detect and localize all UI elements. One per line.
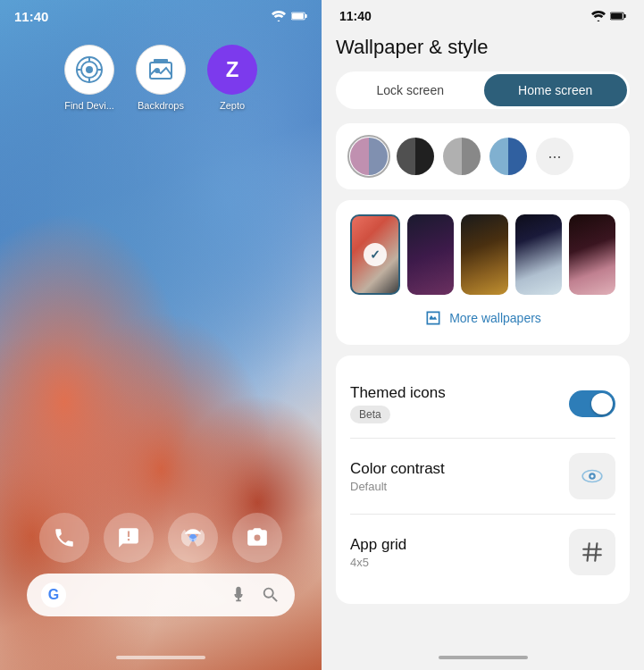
right-time: 11:40 [339,9,372,23]
wallpaper-card: ✓ More wallpapers [336,200,630,345]
svg-line-22 [595,543,597,561]
color-swatch-1[interactable] [350,138,388,175]
google-search-bar[interactable]: G [27,574,295,616]
settings-panel: 11:40 Wallpaper & style Lock screen Home… [322,0,644,670]
svg-point-5 [86,66,93,73]
wallpaper-thumb-2[interactable] [407,214,454,295]
dock-chrome[interactable] [168,513,218,563]
phone-icon [53,526,76,549]
eye-icon [581,465,604,488]
color-swatch-2[interactable] [397,138,434,175]
color-contrast-sublabel: Default [350,480,445,493]
dock-camera[interactable] [232,513,282,563]
selected-check: ✓ [364,243,387,266]
themed-icons-control[interactable] [569,390,615,417]
themed-icons-label: Themed icons [350,384,446,402]
battery-icon [291,11,307,21]
more-wallpapers-icon [424,309,442,327]
dock-phone[interactable] [39,513,89,563]
color-swatch-3[interactable] [443,138,481,175]
bottom-dock: G [0,513,322,616]
themed-icons-toggle[interactable] [569,390,615,417]
app-zepto[interactable]: Z Zepto [207,45,257,111]
app-label-find: Find Devi... [64,100,114,111]
left-time: 11:40 [14,9,48,24]
right-status-icons [591,11,626,21]
app-icon-row: Find Devi... Backdrops Z Zepto [0,45,322,111]
app-label-backdrops: Backdrops [138,100,184,111]
wifi-icon [272,11,286,21]
left-status-icons [272,11,307,21]
wallpaper-thumbnails: ✓ [350,214,615,295]
color-contrast-label-group: Color contrast Default [350,460,445,493]
app-grid-icon-btn[interactable] [569,529,615,575]
color-swatches-row: ··· [350,138,615,175]
wallpaper-thumb-3[interactable] [461,214,507,295]
wallpaper-thumb-4[interactable] [515,214,562,295]
google-logo: G [41,582,66,607]
color-contrast-control[interactable] [569,453,615,499]
tab-switcher: Lock screen Home screen [336,71,630,109]
tab-home-screen[interactable]: Home screen [484,74,628,106]
color-swatch-more[interactable]: ··· [536,138,573,175]
chrome-icon [181,526,205,549]
home-indicator-right [439,656,528,659]
right-wifi-icon [591,11,606,21]
app-grid-label-group: App grid 4x5 [350,536,406,569]
themed-icons-row: Themed icons Beta [350,370,615,438]
lens-icon[interactable] [261,585,280,605]
camera-icon [246,526,269,549]
app-icon-zepto[interactable]: Z [207,45,257,95]
settings-content: Wallpaper & style Lock screen Home scree… [322,32,644,649]
color-swatches-card: ··· [336,123,630,189]
svg-rect-1 [305,14,307,18]
color-contrast-label: Color contrast [350,460,445,478]
toggle-knob [591,393,613,415]
color-contrast-row: Color contrast Default [350,438,615,514]
svg-line-21 [588,543,590,561]
right-battery-icon [610,11,626,21]
dock-messages[interactable] [104,513,154,563]
wallpaper-thumb-1[interactable]: ✓ [350,214,400,295]
home-screen-panel: 11:40 [0,0,322,670]
microphone-icon[interactable] [229,585,248,605]
app-label-zepto: Zepto [220,100,245,111]
app-grid-control[interactable] [569,529,615,575]
app-grid-label: App grid [350,536,406,554]
app-find-devices[interactable]: Find Devi... [64,45,114,111]
svg-rect-2 [292,13,304,19]
app-icon-backdrops[interactable] [136,45,186,95]
svg-rect-11 [154,59,168,63]
tab-lock-screen[interactable]: Lock screen [339,74,482,106]
more-wallpapers-row[interactable]: More wallpapers [350,306,615,331]
home-indicator-left [116,656,205,659]
app-icon-find[interactable] [64,45,114,95]
more-wallpapers-label: More wallpapers [449,311,541,325]
zepto-letter: Z [226,57,239,82]
beta-badge: Beta [350,406,390,423]
svg-point-20 [590,474,593,477]
color-contrast-icon-btn[interactable] [569,453,615,499]
dock-icons-row [39,513,282,563]
page-title: Wallpaper & style [336,36,630,59]
find-devices-icon [75,55,104,84]
left-status-bar: 11:40 [0,0,322,32]
app-backdrops[interactable]: Backdrops [136,45,186,111]
messages-icon [117,526,140,549]
color-swatch-4[interactable] [489,138,527,175]
app-grid-row: App grid 4x5 [350,514,615,590]
svg-rect-16 [624,14,626,18]
right-status-bar: 11:40 [322,0,644,32]
grid-hash-icon [581,540,604,564]
wallpaper-thumb-5[interactable] [569,214,615,295]
svg-rect-17 [611,13,623,19]
backdrops-icon [146,55,175,84]
themed-icons-label-group: Themed icons Beta [350,384,446,423]
settings-rows-card: Themed icons Beta Color contrast Default [336,356,630,604]
app-grid-sublabel: 4x5 [350,556,406,569]
